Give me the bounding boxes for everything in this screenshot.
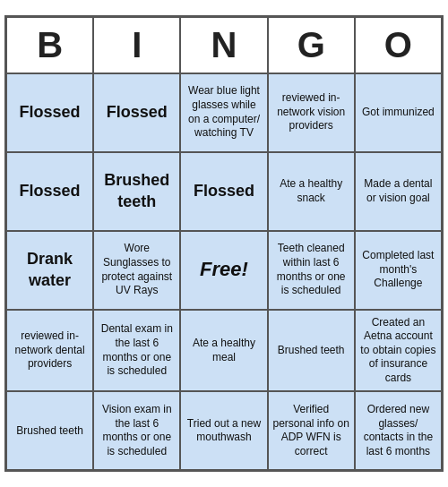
bingo-cell: Dental exam in the last 6 months or one … bbox=[93, 310, 180, 392]
bingo-cell: Flossed bbox=[180, 152, 267, 231]
bingo-cell: Brushed teeth bbox=[268, 310, 355, 392]
bingo-cell: Wore Sunglasses to protect against UV Ra… bbox=[93, 231, 180, 310]
bingo-letter: G bbox=[268, 17, 355, 73]
bingo-cell: Tried out a new mouthwash bbox=[180, 391, 267, 470]
bingo-cell: Vision exam in the last 6 months or one … bbox=[93, 391, 180, 470]
bingo-card: BINGO FlossedFlossedWear blue light glas… bbox=[4, 15, 444, 473]
bingo-cell: Wear blue light glasses while on a compu… bbox=[180, 73, 267, 152]
bingo-header: BINGO bbox=[6, 17, 442, 73]
bingo-cell: reviewed in-network dental providers bbox=[6, 310, 93, 392]
bingo-cell: Flossed bbox=[6, 152, 93, 231]
bingo-cell: Teeth cleaned within last 6 months or on… bbox=[268, 231, 355, 310]
bingo-cell: reviewed in-network vision providers bbox=[268, 73, 355, 152]
bingo-cell: Ate a healthy meal bbox=[180, 310, 267, 392]
bingo-letter: O bbox=[355, 17, 442, 73]
bingo-cell: Got immunized bbox=[355, 73, 442, 152]
bingo-cell: Flossed bbox=[93, 73, 180, 152]
bingo-grid: FlossedFlossedWear blue light glasses wh… bbox=[6, 73, 442, 471]
bingo-cell: Created an Aetna account to obtain copie… bbox=[355, 310, 442, 392]
bingo-cell: Ordered new glasses/ contacts in the las… bbox=[355, 391, 442, 470]
bingo-cell: Made a dental or vision goal bbox=[355, 152, 442, 231]
bingo-letter: I bbox=[93, 17, 180, 73]
bingo-cell: Brushed teeth bbox=[6, 391, 93, 470]
bingo-cell: Flossed bbox=[6, 73, 93, 152]
bingo-cell: Brushed teeth bbox=[93, 152, 180, 231]
free-space: Free! bbox=[180, 231, 267, 310]
bingo-letter: B bbox=[6, 17, 93, 73]
bingo-cell: Ate a healthy snack bbox=[268, 152, 355, 231]
bingo-cell: Verified personal info on ADP WFN is cor… bbox=[268, 391, 355, 470]
bingo-letter: N bbox=[180, 17, 267, 73]
bingo-cell: Completed last month's Challenge bbox=[355, 231, 442, 310]
bingo-cell: Drank water bbox=[6, 231, 93, 310]
